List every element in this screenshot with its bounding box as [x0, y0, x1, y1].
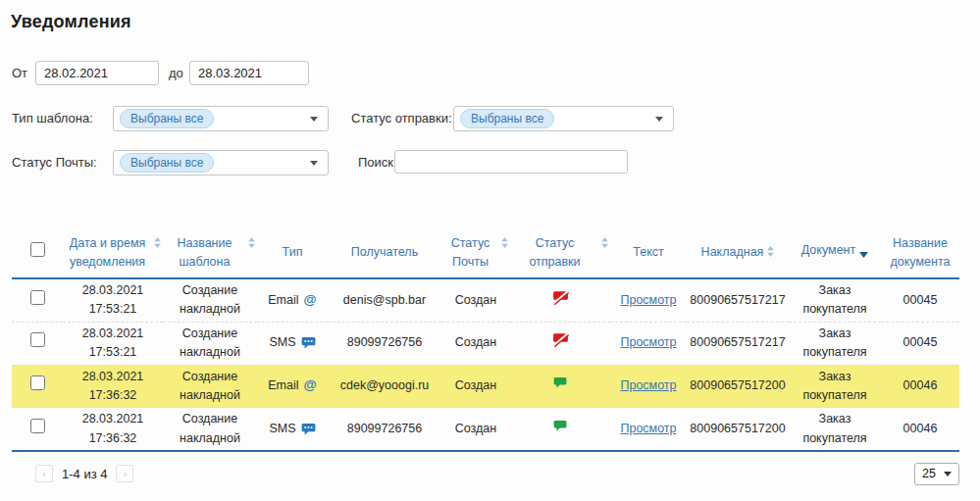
chevron-down-icon [310, 161, 318, 166]
column-label: Статус отправки [512, 234, 597, 270]
message-failed-icon [552, 332, 569, 347]
row-select-cell [12, 408, 63, 451]
template-name-cell: Создание накладной [163, 365, 257, 408]
column-label: Название шаблона [165, 234, 244, 270]
page-title: Уведомления [11, 12, 131, 32]
invoice-cell: 80090657517217 [687, 322, 789, 365]
sms-bubble-icon [301, 423, 316, 436]
view-link[interactable]: Просмотр [620, 422, 676, 435]
type-cell: SMS [257, 408, 328, 451]
column-label: Накладная [701, 243, 764, 261]
search-input[interactable] [394, 150, 628, 174]
message-failed-icon [552, 290, 569, 305]
chevron-down-icon [655, 117, 663, 122]
view-link[interactable]: Просмотр [620, 335, 676, 349]
column-header-mail_status[interactable]: Статус Почты [441, 227, 510, 278]
document-name-cell: 00045 [881, 322, 959, 365]
table-header-row: Дата и время уведомленияНазвание шаблона… [12, 227, 959, 278]
notification-date: 28.03.2021 [66, 410, 160, 428]
sort-updown-icon[interactable] [248, 235, 255, 253]
notification-date: 28.03.2021 [66, 325, 160, 343]
sms-bubble-icon [301, 336, 316, 350]
mail-status-dropdown[interactable]: Выбраны все [113, 150, 329, 175]
table-row: 28.03.202117:53:21Создание накладнойEmai… [12, 278, 959, 322]
column-header-template[interactable]: Название шаблона [163, 227, 257, 278]
column-header-type: Тип [257, 227, 328, 278]
row-select-cell [12, 278, 63, 322]
column-header-document_name: Название документа [881, 227, 959, 278]
date-filter-row: От до [12, 61, 954, 86]
document-name-cell: 00045 [881, 278, 959, 322]
table-footer: ‹ 1-4 из 4 › 25 [12, 459, 959, 488]
date-to-input[interactable] [189, 61, 309, 85]
document-cell: Заказ покупателя [789, 278, 881, 322]
document-cell: Заказ покупателя [789, 365, 881, 408]
pagination: ‹ 1-4 из 4 › [35, 465, 133, 482]
sort-updown-icon[interactable] [767, 244, 774, 262]
table-row: 28.03.202117:36:32Создание накладнойEmai… [12, 365, 959, 408]
prev-page-button[interactable]: ‹ [35, 465, 53, 482]
row-checkbox[interactable] [30, 290, 45, 305]
table-row: 28.03.202117:53:21Создание накладнойSMS8… [12, 322, 959, 365]
template-type-dropdown[interactable]: Выбраны все [113, 106, 329, 131]
text-cell: Просмотр [610, 408, 687, 451]
email-at-icon: @ [304, 290, 317, 311]
sort-updown-icon[interactable] [501, 235, 508, 253]
chevron-down-icon [310, 117, 318, 122]
recipient-cell: cdek@yooogi.ru [328, 365, 441, 408]
row-checkbox[interactable] [30, 332, 45, 347]
date-from-input[interactable] [35, 61, 159, 85]
search-label: Поиск: [358, 150, 397, 175]
column-header-datetime[interactable]: Дата и время уведомления [63, 227, 163, 278]
recipient-cell: 89099726756 [328, 322, 441, 365]
filter-row-2: Статус Почты: Выбраны все Поиск: [12, 150, 954, 175]
template-name-cell: Создание накладной [163, 408, 257, 451]
mail-status-cell: Создан [441, 322, 510, 365]
date-to-label: до [169, 61, 183, 86]
type-label: SMS [269, 420, 295, 438]
row-checkbox[interactable] [30, 376, 45, 390]
column-header-text: Текст [610, 227, 687, 278]
view-link[interactable]: Просмотр [620, 293, 676, 307]
column-header-send_status[interactable]: Статус отправки [510, 227, 610, 278]
send-status-cell [510, 322, 610, 365]
page-size-select[interactable]: 25 [914, 463, 959, 485]
document-name-cell: 00046 [881, 365, 959, 408]
column-label: Тип [283, 243, 303, 261]
chevron-down-icon [944, 472, 952, 476]
date-from-label: От [12, 61, 27, 86]
column-header-document[interactable]: Документ [789, 227, 881, 278]
column-header-invoice[interactable]: Накладная [687, 227, 789, 278]
sort-updown-icon[interactable] [154, 235, 161, 253]
send-status-cell [510, 365, 610, 408]
recipient-cell: 89099726756 [328, 408, 441, 451]
row-checkbox[interactable] [30, 419, 45, 433]
mail-status-cell: Создан [441, 408, 510, 451]
column-header-recipient: Получатель [328, 227, 441, 278]
selected-all-badge: Выбраны все [460, 109, 554, 128]
recipient-cell: denis@spb.bar [328, 278, 441, 322]
sort-updown-icon[interactable] [601, 235, 608, 253]
text-cell: Просмотр [610, 322, 687, 365]
row-select-cell [12, 322, 63, 365]
template-type-label: Тип шаблона: [12, 106, 93, 131]
datetime-cell: 28.03.202117:53:21 [63, 322, 163, 365]
type-cell: Email@ [257, 278, 328, 322]
select-all-checkbox[interactable] [30, 242, 45, 257]
selected-all-badge: Выбраны все [120, 153, 214, 173]
sort-down-icon[interactable] [859, 245, 868, 263]
send-status-dropdown[interactable]: Выбраны все [453, 106, 674, 131]
notification-date: 28.03.2021 [66, 281, 160, 300]
view-link[interactable]: Просмотр [620, 378, 676, 392]
send-status-cell [510, 408, 610, 451]
send-status-label: Статус отправки: [351, 106, 452, 131]
notification-time: 17:53:21 [66, 300, 160, 319]
filter-row-1: Тип шаблона: Выбраны все Статус отправки… [12, 106, 954, 131]
next-page-button[interactable]: › [116, 465, 133, 482]
template-name-cell: Создание накладной [163, 322, 257, 365]
notifications-page: Уведомления От до Тип шаблона: Выбраны в… [0, 0, 980, 501]
mail-status-cell: Создан [441, 365, 510, 408]
document-cell: Заказ покупателя [789, 408, 881, 451]
notifications-table: Дата и время уведомленияНазвание шаблона… [12, 227, 959, 452]
notification-date: 28.03.2021 [66, 368, 160, 386]
